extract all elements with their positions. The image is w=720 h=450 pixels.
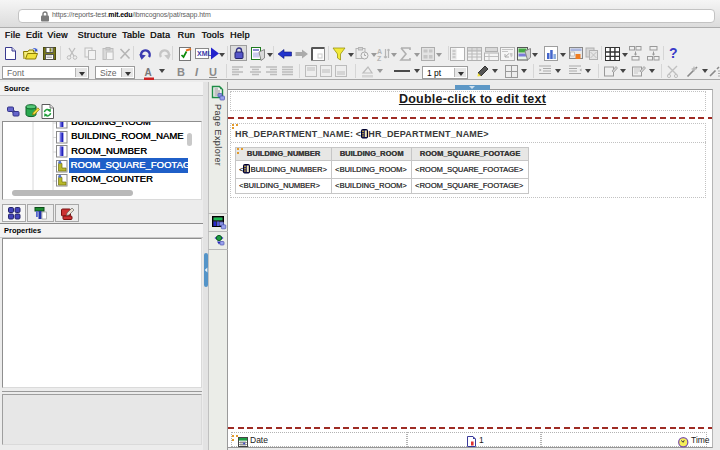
svg-text:Z: Z <box>377 54 382 61</box>
svg-text:A: A <box>145 67 152 78</box>
svg-text:A: A <box>377 47 382 54</box>
